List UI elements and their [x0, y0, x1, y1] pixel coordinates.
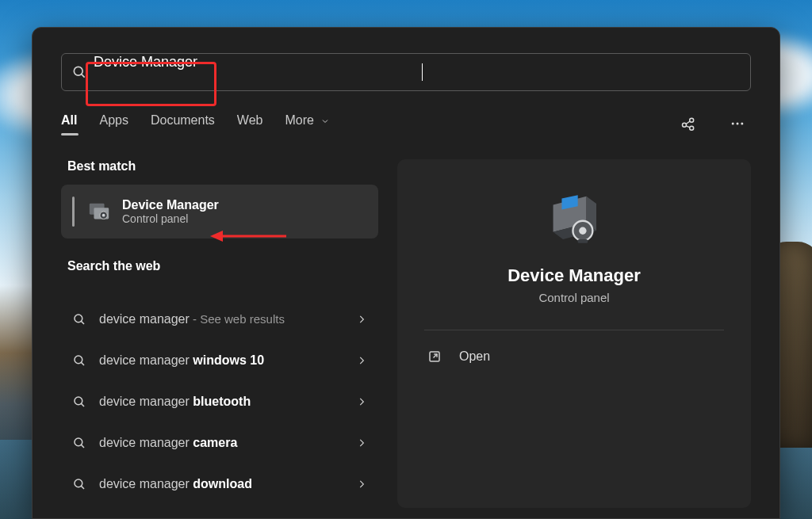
svg-line-21	[81, 445, 84, 448]
svg-point-13	[102, 214, 105, 217]
search-icon	[72, 436, 86, 450]
svg-point-7	[732, 123, 734, 125]
svg-line-15	[81, 321, 84, 324]
more-options-button[interactable]	[724, 110, 751, 137]
svg-point-14	[75, 315, 82, 322]
web-result-label: device manager camera	[99, 436, 237, 450]
start-search-panel: Device Manager All Apps Documents Web Mo…	[32, 27, 780, 519]
svg-point-4	[690, 126, 694, 130]
best-match-heading: Best match	[67, 159, 378, 174]
web-result[interactable]: device manager - See web results	[61, 299, 378, 340]
preview-action-open[interactable]: Open	[424, 334, 724, 380]
results-column: Best match Device Manager Control panel …	[61, 159, 378, 508]
preview-title: Device Manager	[508, 265, 641, 286]
svg-rect-30	[578, 239, 588, 243]
svg-line-23	[81, 486, 84, 489]
search-icon	[72, 312, 86, 326]
svg-point-8	[737, 123, 739, 125]
best-match-title: Device Manager	[122, 198, 219, 212]
web-result[interactable]: device manager download	[61, 464, 378, 505]
divider	[424, 330, 724, 330]
tab-documents[interactable]: Documents	[151, 113, 215, 134]
web-result[interactable]: device manager bluetooth	[61, 381, 378, 422]
tab-apps[interactable]: Apps	[99, 113, 128, 134]
svg-line-19	[81, 403, 84, 406]
svg-point-0	[74, 67, 82, 75]
selection-indicator	[72, 197, 75, 227]
svg-point-20	[75, 438, 82, 446]
open-external-icon	[427, 349, 442, 364]
best-match-subtitle: Control panel	[122, 212, 219, 225]
ellipsis-icon	[730, 116, 745, 132]
svg-line-6	[686, 126, 690, 128]
chevron-right-icon	[356, 437, 367, 448]
search-icon	[72, 395, 86, 409]
tab-all[interactable]: All	[61, 113, 77, 134]
best-match-result[interactable]: Device Manager Control panel	[61, 185, 378, 239]
search-icon	[71, 64, 87, 80]
filter-tabs: All Apps Documents Web More	[61, 110, 751, 137]
preview-subtitle: Control panel	[538, 291, 609, 304]
web-result[interactable]: device manager camera	[61, 422, 378, 464]
web-result[interactable]: device manager windows 10	[61, 340, 378, 381]
chevron-right-icon	[356, 396, 367, 407]
preview-pane: Device Manager Control panel Open	[397, 159, 751, 508]
svg-point-16	[75, 356, 82, 364]
search-field[interactable]: Device Manager	[61, 53, 751, 91]
svg-line-5	[686, 121, 690, 124]
svg-point-9	[741, 123, 743, 125]
share-icon[interactable]	[675, 110, 702, 137]
chevron-right-icon	[356, 355, 367, 366]
svg-point-22	[75, 479, 82, 487]
share-icon-glyph	[680, 116, 696, 132]
search-icon	[72, 353, 86, 368]
tab-more[interactable]: More	[285, 113, 330, 134]
web-result-label: device manager bluetooth	[99, 395, 251, 409]
open-label: Open	[459, 349, 490, 364]
web-result-label: device manager download	[99, 477, 252, 491]
svg-line-1	[82, 74, 85, 78]
chevron-right-icon	[356, 314, 367, 325]
svg-line-17	[81, 362, 84, 365]
chevron-right-icon	[356, 479, 367, 490]
chevron-down-icon	[320, 116, 330, 126]
web-result-label: device manager windows 10	[99, 353, 264, 368]
tab-web[interactable]: Web	[237, 113, 263, 134]
device-manager-icon	[87, 200, 111, 223]
svg-point-18	[75, 397, 82, 405]
svg-point-29	[579, 227, 586, 235]
search-input-value: Device Manager	[94, 54, 422, 90]
device-manager-large-icon	[542, 193, 606, 248]
text-caret	[422, 63, 423, 81]
search-icon	[72, 477, 86, 491]
web-result-label: device manager - See web results	[99, 312, 285, 326]
search-web-heading: Search the web	[67, 259, 378, 273]
